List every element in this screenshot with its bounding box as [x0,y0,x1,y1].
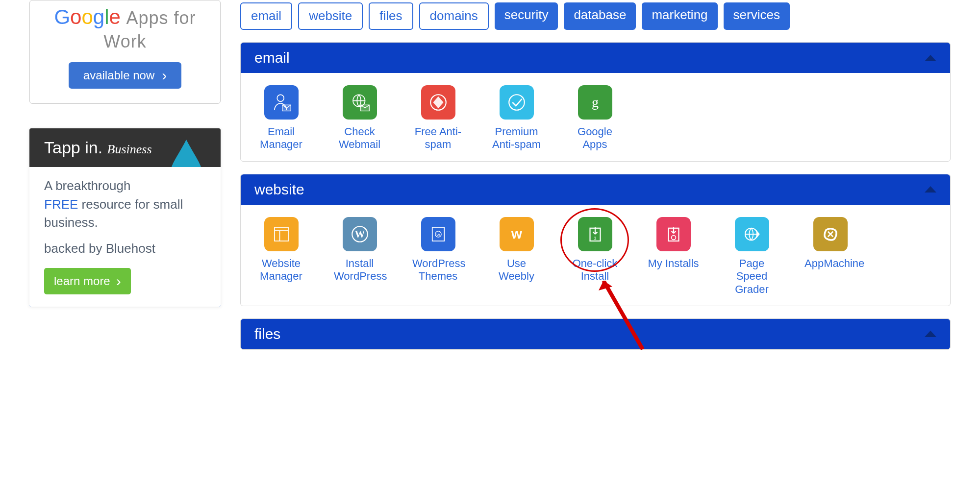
app-label: My Installs [648,257,699,270]
collapse-icon [925,55,936,61]
panel-title: email [254,49,290,66]
email-apps: Email ManagerCheck WebmailFree Anti-spam… [241,73,950,161]
tapp-line1: A breakthroughFREE resource for small bu… [44,177,206,232]
main-content: emailwebsitefilesdomainssecuritydatabase… [240,0,951,350]
svg-text:1: 1 [594,235,596,240]
my-installs-icon [656,217,691,251]
weebly-icon: w [500,217,534,251]
tapp-heading: Tapp in. [44,138,102,157]
svg-rect-8 [275,227,288,241]
antispam-icon [421,85,455,120]
collapse-icon [925,186,936,193]
app-webmail[interactable]: Check Webmail [334,85,385,151]
tab-database[interactable]: database [564,2,636,30]
tab-services[interactable]: services [724,2,790,30]
panel-title: website [254,181,304,198]
app-wp-themes[interactable]: WWordPress Themes [412,217,464,296]
app-premium-antispam[interactable]: Premium Anti-spam [491,85,542,151]
app-label: Premium Anti-spam [491,125,542,151]
app-wordpress[interactable]: WInstall WordPress [334,217,385,296]
app-label: One-click Install [569,257,621,283]
app-label: Use Weebly [491,257,542,283]
google-apps-icon: g [578,85,612,120]
website-panel: website Website ManagerWInstall WordPres… [240,174,951,306]
files-panel-header[interactable]: files [241,319,950,349]
one-click-icon: 1 [578,217,612,251]
tab-files[interactable]: files [369,2,413,30]
panel-title: files [254,326,280,342]
tapp-backed: backed by Bluehost [44,240,206,258]
tapp-cursive: Business [107,142,152,156]
app-antispam[interactable]: Free Anti-spam [412,85,464,151]
premium-antispam-icon [500,85,534,120]
tapp-body: A breakthroughFREE resource for small bu… [29,167,221,307]
app-label: Email Manager [255,125,307,151]
app-google-apps[interactable]: gGoogle Apps [569,85,621,151]
website-manager-icon [264,217,299,251]
website-panel-header[interactable]: website [241,174,950,205]
page-speed-icon [735,217,769,251]
app-label: AppMachine [804,257,856,270]
collapse-icon [925,331,936,337]
wp-themes-icon: W [421,217,455,251]
svg-text:g: g [592,95,599,110]
app-label: Website Manager [255,257,307,283]
app-my-installs[interactable]: My Installs [648,217,699,296]
svg-text:W: W [354,228,365,240]
app-email-manager[interactable]: Email Manager [255,85,307,151]
website-apps: Website ManagerWInstall WordPressWWordPr… [241,205,950,306]
webmail-icon [343,85,377,120]
tapp-promo: Tapp in. Business A breakthroughFREE res… [29,128,221,307]
tab-email[interactable]: email [240,2,292,30]
app-one-click[interactable]: 1One-click Install [569,217,621,296]
svg-text:W: W [436,232,440,237]
svg-point-20 [671,235,676,240]
app-label: WordPress Themes [412,257,464,283]
google-apps-promo: Google Apps for Work available now [29,0,221,104]
tab-website[interactable]: website [298,2,363,30]
email-manager-icon [264,85,299,120]
tab-domains[interactable]: domains [419,2,489,30]
app-label: Google Apps [569,125,621,151]
available-now-button[interactable]: available now [69,62,181,89]
sidebar: Google Apps for Work available now Tapp … [29,0,221,350]
email-panel: email Email ManagerCheck WebmailFree Ant… [240,42,951,162]
app-page-speed[interactable]: Page Speed Grader [726,217,778,296]
svg-point-6 [509,95,525,110]
wordpress-icon: W [343,217,377,251]
tapp-header: Tapp in. Business [29,128,221,167]
app-label: Install WordPress [334,257,385,283]
svg-text:w: w [511,226,522,241]
app-machine-icon [813,217,848,251]
files-panel: files [240,318,951,350]
tab-marketing[interactable]: marketing [642,2,717,30]
app-weebly[interactable]: wUse Weebly [491,217,542,296]
category-tabs: emailwebsitefilesdomainssecuritydatabase… [240,2,951,30]
svg-point-1 [277,95,284,101]
app-website-manager[interactable]: Website Manager [255,217,307,296]
app-label: Page Speed Grader [726,257,778,296]
app-app-machine[interactable]: AppMachine [804,217,856,296]
google-logo: Google Apps for Work [40,5,210,52]
email-panel-header[interactable]: email [241,43,950,73]
app-label: Check Webmail [334,125,385,151]
app-label: Free Anti-spam [412,125,464,151]
learn-more-button[interactable]: learn more [44,268,131,294]
tab-security[interactable]: security [495,2,558,30]
